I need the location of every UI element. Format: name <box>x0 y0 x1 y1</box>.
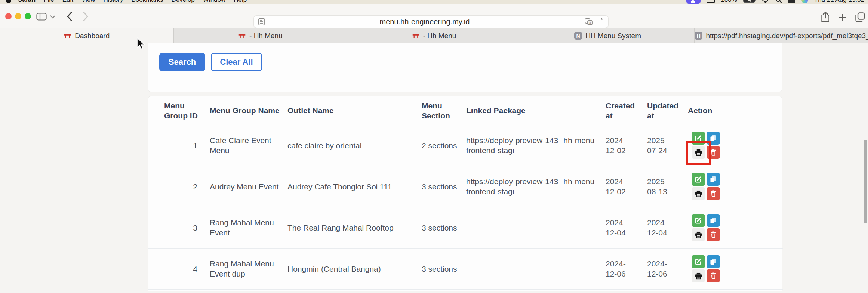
browser-tab-active[interactable]: Dashboard <box>0 28 174 43</box>
browser-tab-inactive[interactable]: N HH Menu System <box>521 28 695 43</box>
tab-overview-icon[interactable] <box>855 12 865 22</box>
column-header-linked-package: Linked Package <box>466 96 605 125</box>
cell-menu-group-name: Cafe Claire Event Menu <box>209 125 287 166</box>
column-header-created-at: Created at <box>605 96 647 125</box>
spotlight-search-icon[interactable] <box>775 0 782 3</box>
edit-button[interactable] <box>692 132 705 145</box>
tab-label: HH Menu System <box>585 32 641 40</box>
copy-icon <box>710 135 717 142</box>
tab-label: Dashboard <box>75 32 110 40</box>
print-icon <box>695 190 702 197</box>
delete-icon <box>710 231 717 238</box>
delete-button[interactable] <box>707 146 720 159</box>
print-button[interactable] <box>692 146 705 159</box>
edit-icon <box>695 258 702 265</box>
menu-item-view[interactable]: View <box>81 0 95 4</box>
wifi-icon[interactable] <box>761 0 769 3</box>
menu-item-bookmarks[interactable]: Bookmarks <box>131 0 163 4</box>
copy-button[interactable] <box>707 255 720 268</box>
macos-menu-bar: SafariFileEditViewHistoryBookmarksDevelo… <box>0 0 868 4</box>
forward-button-icon[interactable] <box>83 12 89 21</box>
letter-favicon-icon: N <box>574 32 582 40</box>
close-window-button[interactable] <box>5 13 12 19</box>
copy-button[interactable] <box>707 214 720 227</box>
table-row: 4 Rang Mahal Menu Event dup Hongmin (Cen… <box>148 248 783 289</box>
print-button[interactable] <box>692 228 705 241</box>
battery-icon <box>743 0 755 3</box>
edit-button[interactable] <box>692 173 705 186</box>
screen-sharing-icon[interactable] <box>686 0 701 4</box>
menu-item-edit[interactable]: Edit <box>62 0 73 4</box>
action-button-group <box>692 173 782 200</box>
cell-created-at: 2024-12-02 <box>605 125 647 166</box>
cell-linked-package <box>466 207 605 248</box>
siri-icon[interactable] <box>801 0 808 3</box>
menu-item-history[interactable]: History <box>104 0 123 4</box>
translate-icon[interactable]: a <box>585 18 593 25</box>
menu-item-safari[interactable]: Safari <box>18 0 36 4</box>
apple-logo-icon[interactable] <box>6 0 11 3</box>
delete-button[interactable] <box>707 269 720 282</box>
cell-menu-section: 2 sections <box>421 125 466 166</box>
control-center-icon[interactable] <box>788 0 795 3</box>
display-icon[interactable] <box>707 0 715 3</box>
cell-linked-package <box>466 248 605 289</box>
cell-created-at: 2024-12-06 <box>605 248 647 289</box>
print-button-wrap <box>692 269 705 282</box>
sidebar-toggle-icon[interactable] <box>36 13 47 21</box>
browser-tab-inactive[interactable]: - Hh Menu <box>174 28 348 43</box>
zoom-window-button[interactable] <box>25 13 31 19</box>
cell-created-at: 2024-12-02 <box>605 166 647 207</box>
reload-icon[interactable] <box>597 18 604 25</box>
menu-bar-clock[interactable]: Thu 21 Aug 15.32 <box>814 0 864 4</box>
clear-all-button[interactable]: Clear All <box>211 53 262 71</box>
safari-toolbar: menu.hh-engineering.my.id a <box>0 4 868 28</box>
cell-menu-group-id: 1 <box>148 125 209 166</box>
menu-item-file[interactable]: File <box>44 0 54 4</box>
cell-menu-group-id: 3 <box>148 207 209 248</box>
address-bar[interactable]: menu.hh-engineering.my.id a <box>253 15 609 28</box>
print-button-wrap <box>692 187 705 200</box>
print-icon <box>695 272 702 280</box>
print-icon <box>695 231 702 238</box>
svg-text:a: a <box>589 21 591 25</box>
delete-icon <box>710 190 717 197</box>
search-button[interactable]: Search <box>159 53 205 71</box>
sidebar-chevron-down-icon[interactable] <box>50 15 55 19</box>
print-button[interactable] <box>692 269 705 282</box>
delete-button[interactable] <box>707 187 720 200</box>
tab-bar: Dashboard - Hh Menu - Hh Menu N HH Menu … <box>0 28 868 43</box>
vertical-scrollbar[interactable] <box>864 140 867 223</box>
menu-item-help[interactable]: Help <box>234 0 247 4</box>
copy-button[interactable] <box>707 132 720 145</box>
cell-linked-package: https://deploy-preview-143--hh-menu-fron… <box>466 125 605 166</box>
cell-menu-group-name: Audrey Menu Event <box>209 166 287 207</box>
print-button[interactable] <box>692 187 705 200</box>
mouse-cursor <box>136 37 145 49</box>
table-row: 1 Cafe Claire Event Menu cafe claire by … <box>148 125 783 166</box>
back-button-icon[interactable] <box>67 12 72 21</box>
browser-tab-inactive[interactable]: - Hh Menu <box>347 28 521 43</box>
edit-icon <box>695 135 702 142</box>
copy-button[interactable] <box>707 173 720 186</box>
browser-tab-inactive[interactable]: H https://pdf.hhstaging.dev/pdf-exports/… <box>695 28 868 43</box>
url-text[interactable]: menu.hh-engineering.my.id <box>265 18 585 26</box>
menu-bar-status: 100% Thu 21 Aug 15.32 <box>686 0 864 4</box>
cell-menu-group-id: 4 <box>148 248 209 289</box>
edit-button[interactable] <box>692 214 705 227</box>
share-icon[interactable] <box>821 12 830 22</box>
reader-view-icon[interactable] <box>258 18 265 25</box>
minimize-window-button[interactable] <box>15 13 21 19</box>
menu-item-develop[interactable]: Develop <box>171 0 194 4</box>
delete-icon <box>710 149 717 156</box>
edit-button[interactable] <box>692 255 705 268</box>
copy-icon <box>710 217 717 224</box>
cell-updated-at: 2024-12-06 <box>647 248 687 289</box>
column-header-menu-group-name: Menu Group Name <box>209 96 287 125</box>
cell-created-at: 2024-12-04 <box>605 207 647 248</box>
search-filter-card: Search Clear All <box>148 43 782 92</box>
menu-item-window[interactable]: Window <box>203 0 225 4</box>
new-tab-icon[interactable] <box>839 14 846 21</box>
delete-button[interactable] <box>707 228 720 241</box>
column-header-menu-section: Menu Section <box>421 96 466 125</box>
